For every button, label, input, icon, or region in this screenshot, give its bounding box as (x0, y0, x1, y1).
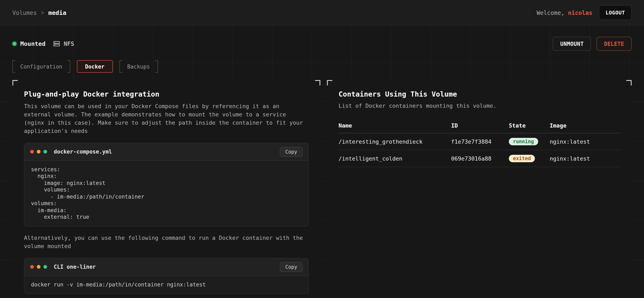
breadcrumb: Volumes > media (12, 9, 66, 16)
welcome-prefix: Welcome, (536, 9, 564, 16)
main-content: Mounted NFS UNMOUNT DELETE (0, 26, 644, 298)
panel-subtitle: List of Docker containers mounting this … (338, 102, 620, 109)
bracket-left-icon (12, 60, 15, 73)
breadcrumb-separator: > (41, 9, 44, 16)
logout-button[interactable]: LOGOUT (599, 5, 632, 20)
mounted-status-dot (12, 42, 16, 46)
copy-compose-button[interactable]: Copy (280, 147, 302, 157)
traffic-light-red-icon (30, 150, 34, 154)
container-name: /interesting_grothendieck (338, 133, 451, 150)
status-badge: exited (509, 155, 535, 162)
compose-code: services: nginx: image: nginx:latest vol… (24, 161, 308, 226)
topbar: Volumes > media Welcome, nicolas LOGOUT (0, 0, 644, 26)
panel-title: Plug-and-play Docker integration (24, 90, 309, 98)
container-name: /intelligent_colden (338, 150, 451, 167)
containers-table: Name ID State Image /interesting_grothen… (338, 118, 620, 167)
breadcrumb-current: media (48, 9, 66, 16)
compose-code-card: docker-compose.yml Copy services: nginx:… (24, 143, 309, 227)
column-header-state: State (509, 118, 550, 133)
container-id: f1e73e7f3884 (451, 133, 509, 150)
status-badge: running (509, 138, 538, 145)
cli-code-card: CLI one-liner Copy docker run -v im-medi… (24, 258, 309, 294)
topbar-right: Welcome, nicolas LOGOUT (536, 5, 632, 20)
bracket-right-icon (155, 60, 158, 73)
traffic-light-yellow-icon (37, 265, 40, 269)
tab-backups[interactable]: Backups (119, 60, 158, 73)
column-header-id: ID (451, 118, 509, 133)
corner-marker (626, 80, 632, 85)
delete-button[interactable]: DELETE (596, 37, 632, 51)
column-header-image: Image (550, 118, 620, 133)
page: Volumes > media Welcome, nicolas LOGOUT … (0, 0, 644, 298)
corner-marker (315, 80, 320, 85)
breadcrumb-volumes-link[interactable]: Volumes (12, 9, 37, 16)
container-image: nginx:latest (550, 150, 620, 167)
traffic-light-yellow-icon (37, 150, 40, 154)
code-filename: docker-compose.yml (54, 149, 112, 155)
traffic-light-green-icon (44, 265, 47, 269)
traffic-light-red-icon (30, 265, 34, 269)
corner-marker (12, 80, 18, 85)
status-row: Mounted NFS UNMOUNT DELETE (12, 36, 632, 51)
volume-actions: UNMOUNT DELETE (553, 37, 632, 51)
container-state: exited (509, 150, 550, 167)
tab-backups-label: Backups (126, 63, 151, 70)
mounted-label: Mounted (20, 40, 46, 47)
tab-bar: Configuration Docker Backups (12, 60, 632, 73)
welcome-text: Welcome, nicolas (536, 9, 592, 16)
table-header-row: Name ID State Image (338, 118, 620, 133)
column-header-name: Name (338, 118, 451, 133)
panels: Plug-and-play Docker integration This vo… (12, 80, 632, 298)
traffic-light-green-icon (44, 150, 47, 154)
table-row[interactable]: /intelligent_colden 069e73016a88 exited … (338, 150, 620, 167)
corner-marker (327, 80, 332, 85)
code-card-header: docker-compose.yml Copy (24, 143, 308, 161)
protocol-label: NFS (64, 40, 74, 47)
code-filename: CLI one-liner (54, 264, 96, 270)
table-row[interactable]: /interesting_grothendieck f1e73e7f3884 r… (338, 133, 620, 150)
username: nicolas (568, 9, 592, 16)
tab-docker-label: Docker (84, 63, 106, 70)
nfs-server-icon (53, 40, 60, 47)
cli-code: docker run -v im-media:/path/in/containe… (24, 276, 308, 294)
copy-cli-button[interactable]: Copy (280, 262, 302, 272)
bracket-left-icon (119, 60, 122, 73)
container-image: nginx:latest (550, 133, 620, 150)
panel-description: This volume can be used in your Docker C… (24, 102, 309, 135)
docker-integration-panel: Plug-and-play Docker integration This vo… (12, 80, 320, 298)
panel-title: Containers Using This Volume (338, 90, 620, 98)
containers-panel: Containers Using This Volume List of Doc… (327, 80, 632, 298)
container-state: running (509, 133, 550, 150)
tab-configuration[interactable]: Configuration (12, 60, 70, 73)
bracket-right-icon (68, 60, 70, 73)
tab-docker[interactable]: Docker (77, 60, 113, 73)
cli-intro-text: Alternatively, you can use the following… (24, 234, 309, 251)
container-id: 069e73016a88 (451, 150, 509, 167)
tab-configuration-label: Configuration (19, 63, 64, 70)
unmount-button[interactable]: UNMOUNT (553, 37, 591, 51)
code-card-header: CLI one-liner Copy (24, 258, 308, 276)
volume-status: Mounted NFS (12, 40, 74, 47)
